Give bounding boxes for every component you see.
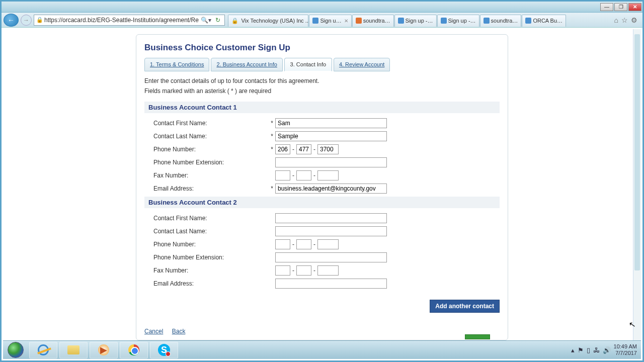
- battery-icon[interactable]: ▯: [587, 346, 590, 354]
- page-title: Business Choice Customer Sign Up: [144, 43, 500, 53]
- taskbar-skype[interactable]: S: [150, 342, 178, 358]
- date-text: 7/7/2017: [614, 350, 637, 356]
- label-email2: Email Address:: [153, 280, 269, 287]
- tab-5[interactable]: soundtra…: [480, 15, 522, 27]
- next-button[interactable]: [465, 334, 490, 339]
- contact2-phone2-input[interactable]: [296, 239, 311, 249]
- section-contact1: Business Account Contact 1: [144, 102, 500, 113]
- tab-4[interactable]: Sign up -…: [437, 15, 479, 27]
- address-bar[interactable]: 🔒 https://orcacard.biz/ERG-Seattle-Insti…: [34, 15, 225, 26]
- taskbar-ie[interactable]: [29, 342, 57, 358]
- contact2-email-input[interactable]: [275, 279, 387, 289]
- favicon-icon: [484, 18, 490, 24]
- network-icon[interactable]: 🖧: [593, 346, 600, 354]
- contact1-fax3-input[interactable]: [317, 170, 339, 180]
- gear-icon[interactable]: ⚙: [631, 16, 637, 24]
- contact2-fax2-input[interactable]: [296, 265, 311, 276]
- lock-icon: 🔒: [36, 17, 43, 23]
- footer-links: Cancel Back: [144, 328, 508, 335]
- label-fax: Fax Number:: [153, 172, 269, 179]
- tab-active[interactable]: 🔒Vix Technology (USA) Inc ...: [228, 15, 308, 27]
- label-first: Contact First Name:: [153, 120, 269, 127]
- contact1-fax2-input[interactable]: [296, 170, 311, 180]
- label-phone: Phone Number:: [153, 146, 269, 153]
- label-email: Email Address:: [153, 185, 269, 192]
- intro-text: Enter the contact details of up to four …: [144, 77, 500, 84]
- required-note: Fields marked with an asterisk ( * ) are…: [144, 87, 500, 95]
- tab-1[interactable]: Sign u…✕: [309, 15, 351, 27]
- label-ext: Phone Number Extension:: [153, 159, 269, 166]
- favorites-icon[interactable]: ☆: [621, 16, 628, 24]
- back-button[interactable]: ←: [4, 14, 19, 27]
- taskbar-explorer[interactable]: [59, 342, 88, 358]
- label-phone2: Phone Number:: [153, 241, 269, 248]
- url-text: https://orcacard.biz/ERG-Seattle-Institu…: [44, 17, 199, 24]
- browser-toolbar: ← → 🔒 https://orcacard.biz/ERG-Seattle-I…: [2, 13, 642, 28]
- favicon-icon: [356, 18, 362, 24]
- close-button[interactable]: ✕: [628, 3, 641, 11]
- step-terms[interactable]: 1. Terms & Conditions: [144, 58, 209, 71]
- contact1-first-input[interactable]: [275, 118, 387, 128]
- contact2-first-input[interactable]: [275, 213, 387, 223]
- contact1-last-input[interactable]: [275, 131, 387, 141]
- search-icon[interactable]: 🔍▾: [199, 17, 213, 24]
- page-viewport: Business Choice Customer Sign Up 1. Term…: [3, 29, 641, 340]
- scrollbar[interactable]: [633, 29, 641, 340]
- tray-up-icon[interactable]: ▴: [571, 346, 575, 354]
- contact1-fax1-input[interactable]: [275, 170, 290, 180]
- step-business-info[interactable]: 2. Business Account Info: [211, 58, 282, 71]
- contact1-email-input[interactable]: [275, 184, 387, 194]
- minimize-button[interactable]: —: [600, 3, 613, 11]
- flag-icon[interactable]: ⚑: [578, 346, 584, 354]
- contact2-last-input[interactable]: [275, 226, 387, 236]
- favicon-icon: [312, 18, 318, 24]
- tab-2[interactable]: soundtra…: [352, 15, 394, 27]
- contact1-ext-input[interactable]: [275, 157, 387, 167]
- taskbar-wmp[interactable]: ▶: [90, 342, 118, 358]
- cancel-link[interactable]: Cancel: [144, 328, 163, 335]
- contact2-phone3-input[interactable]: [317, 239, 339, 249]
- wizard-steps: 1. Terms & Conditions 2. Business Accoun…: [144, 58, 500, 71]
- start-button[interactable]: [3, 341, 28, 359]
- add-another-contact-button[interactable]: Add another contact: [430, 300, 500, 313]
- contact1-phone2-input[interactable]: [296, 144, 311, 154]
- step-review[interactable]: 4. Review Account: [334, 58, 390, 71]
- contact2-fax3-input[interactable]: [317, 265, 339, 276]
- forward-button[interactable]: →: [21, 15, 32, 26]
- signup-card: Business Choice Customer Sign Up 1. Term…: [136, 34, 508, 340]
- section-contact2: Business Account Contact 2: [144, 197, 500, 208]
- scroll-thumb[interactable]: [634, 34, 640, 270]
- tab-strip: 🔒Vix Technology (USA) Inc ... Sign u…✕ s…: [228, 14, 609, 27]
- home-icon[interactable]: ⌂: [614, 16, 618, 24]
- favicon-icon: [441, 18, 447, 24]
- step-contact-info[interactable]: 3. Contact Info: [284, 58, 332, 71]
- refresh-icon[interactable]: ↻: [213, 17, 222, 24]
- media-player-icon: ▶: [98, 344, 109, 355]
- volume-icon[interactable]: 🔊: [603, 346, 611, 354]
- contact1-phone3-input[interactable]: [317, 144, 339, 154]
- skype-icon: S: [158, 344, 170, 356]
- favicon-icon: [398, 18, 404, 24]
- contact2-ext-input[interactable]: [275, 252, 387, 262]
- time-text: 10:49 AM: [614, 343, 637, 350]
- tab-6[interactable]: ORCA Bu…: [522, 15, 566, 27]
- label-first2: Contact First Name:: [153, 215, 269, 222]
- contact1-phone1-input[interactable]: [275, 144, 290, 154]
- window-titlebar: — ❐ ✕: [2, 2, 642, 13]
- label-last2: Contact Last Name:: [153, 228, 269, 235]
- contact2-phone1-input[interactable]: [275, 239, 290, 249]
- label-ext2: Phone Number Extension:: [153, 254, 269, 261]
- tab-3[interactable]: Sign up -…: [394, 15, 437, 27]
- taskbar: ▶ S ▴ ⚑ ▯ 🖧 🔊 10:49 AM 7/7/2017: [3, 340, 641, 359]
- system-tray: ▴ ⚑ ▯ 🖧 🔊 10:49 AM 7/7/2017: [567, 343, 641, 356]
- back-link[interactable]: Back: [172, 328, 186, 335]
- close-icon[interactable]: ✕: [344, 18, 348, 24]
- maximize-button[interactable]: ❐: [614, 3, 627, 11]
- contact2-fax1-input[interactable]: [275, 265, 290, 276]
- favicon-icon: [525, 18, 531, 24]
- windows-orb-icon: [8, 342, 24, 358]
- browser-tools: ⌂ ☆ ⚙: [611, 16, 640, 24]
- clock[interactable]: 10:49 AM 7/7/2017: [614, 343, 637, 356]
- taskbar-chrome[interactable]: [120, 342, 148, 358]
- label-last: Contact Last Name:: [153, 133, 269, 140]
